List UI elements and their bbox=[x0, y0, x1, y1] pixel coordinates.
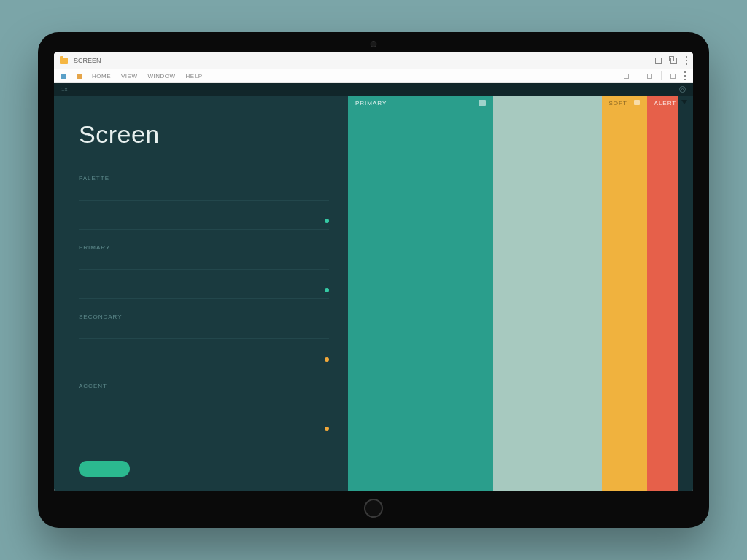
menu-item[interactable]: HOME bbox=[92, 73, 111, 79]
apply-button[interactable] bbox=[79, 461, 130, 477]
menu-item[interactable]: WINDOW bbox=[147, 73, 175, 79]
zoom-label: 1x bbox=[61, 86, 67, 93]
screen: SCREEN HOME VIEW WINDOW HELP bbox=[54, 52, 693, 491]
separator bbox=[638, 71, 638, 80]
color-swatch[interactable] bbox=[493, 96, 602, 491]
device-camera bbox=[371, 41, 377, 47]
color-swatch[interactable]: ALERT bbox=[647, 96, 678, 491]
separator bbox=[661, 71, 662, 80]
field-row[interactable] bbox=[79, 186, 329, 201]
field-row[interactable] bbox=[79, 423, 329, 438]
field-label: ACCENT bbox=[79, 383, 329, 389]
field-label: PRIMARY bbox=[79, 244, 329, 251]
menu-item[interactable]: VIEW bbox=[121, 73, 137, 79]
folder-icon bbox=[60, 58, 68, 64]
setting-field bbox=[79, 423, 329, 438]
field-label: SECONDARY bbox=[79, 314, 329, 320]
left-pane: Screen PALETTEPRIMARYSECONDARYACCENT bbox=[54, 96, 348, 491]
swatch-icon bbox=[479, 100, 486, 106]
swatch-label: ALERT bbox=[654, 100, 677, 106]
field-row[interactable] bbox=[79, 284, 329, 299]
app-icon bbox=[61, 74, 66, 79]
restore-icon[interactable] bbox=[670, 58, 677, 64]
swatch-icon bbox=[634, 100, 640, 105]
more-icon[interactable] bbox=[684, 71, 686, 80]
browser-title-bar: SCREEN bbox=[54, 52, 693, 69]
field-row[interactable] bbox=[79, 215, 329, 230]
color-swatch[interactable]: SOFT bbox=[602, 96, 647, 491]
minimize-icon[interactable] bbox=[639, 61, 646, 61]
app-body: Screen PALETTEPRIMARYSECONDARYACCENT PRI… bbox=[54, 96, 693, 491]
color-swatch[interactable]: PRIMARY bbox=[348, 96, 493, 491]
app-icon-secondary bbox=[77, 74, 82, 79]
app-top-bar: 1x bbox=[54, 83, 693, 96]
status-dot bbox=[325, 427, 329, 431]
swatch-label: PRIMARY bbox=[355, 100, 387, 106]
menu-item[interactable]: HELP bbox=[186, 73, 203, 79]
status-dot bbox=[325, 357, 329, 362]
field-row[interactable] bbox=[79, 354, 329, 368]
color-swatch[interactable] bbox=[678, 96, 693, 491]
setting-field: SECONDARY bbox=[79, 314, 329, 339]
setting-field: PRIMARY bbox=[79, 244, 329, 270]
maximize-icon[interactable] bbox=[655, 58, 662, 64]
tool-icon[interactable] bbox=[624, 74, 629, 79]
field-row[interactable] bbox=[79, 324, 329, 339]
settings-icon[interactable] bbox=[679, 86, 686, 93]
field-label: PALETTE bbox=[79, 175, 329, 182]
home-button[interactable] bbox=[364, 499, 383, 518]
field-row[interactable] bbox=[79, 255, 329, 270]
setting-field bbox=[79, 215, 329, 230]
page-title: Screen bbox=[79, 120, 329, 149]
swatch-label: SOFT bbox=[609, 100, 627, 106]
menu-bar: HOME VIEW WINDOW HELP bbox=[54, 69, 693, 83]
palette-pane: PRIMARYSOFTALERT bbox=[348, 96, 693, 491]
chevron-down-icon[interactable] bbox=[681, 100, 687, 104]
device-frame: SCREEN HOME VIEW WINDOW HELP bbox=[38, 32, 709, 528]
setting-field: PALETTE bbox=[79, 175, 329, 201]
status-dot bbox=[325, 288, 329, 292]
status-dot bbox=[325, 219, 329, 223]
setting-field bbox=[79, 284, 329, 299]
tool-icon[interactable] bbox=[647, 74, 652, 79]
tool-icon[interactable] bbox=[670, 74, 676, 79]
browser-title: SCREEN bbox=[74, 57, 101, 64]
field-row[interactable] bbox=[79, 394, 329, 408]
kebab-menu-icon[interactable] bbox=[686, 56, 687, 65]
setting-field: ACCENT bbox=[79, 383, 329, 408]
setting-field bbox=[79, 354, 329, 368]
